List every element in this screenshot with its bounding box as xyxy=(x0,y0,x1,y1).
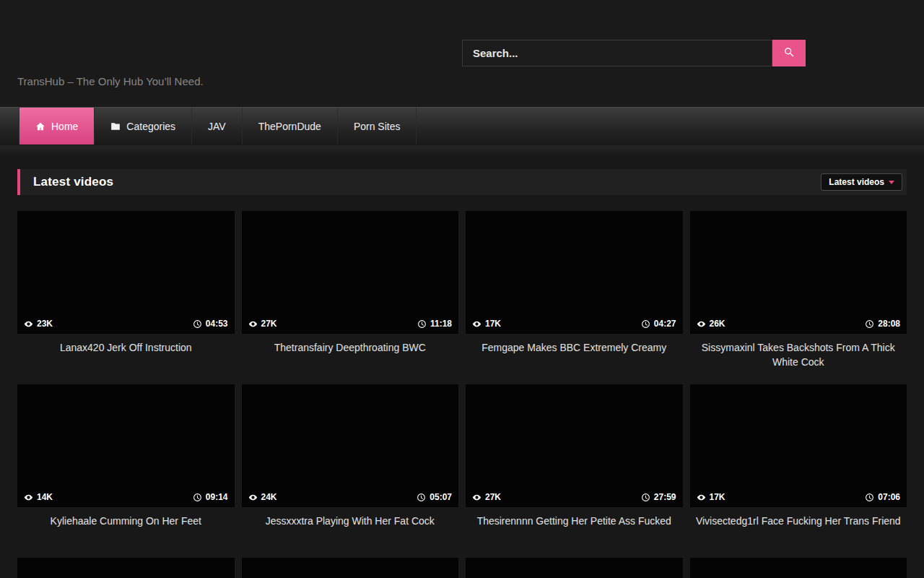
video-title[interactable]: Lanax420 Jerk Off Instruction xyxy=(17,340,235,355)
view-count: 14K xyxy=(37,492,53,502)
eye-icon xyxy=(248,493,258,502)
views: 26K xyxy=(697,319,725,329)
caret-down-icon xyxy=(889,181,894,184)
clock-icon xyxy=(193,319,202,329)
nav-item-theporndude[interactable]: ThePornDude xyxy=(243,108,338,144)
video-thumbnail[interactable]: 27K 11:18 xyxy=(242,211,459,334)
video-card[interactable]: 27K 27:59 Thesirennnn Getting Her Petite… xyxy=(466,384,683,558)
sort-dropdown[interactable]: Latest videos xyxy=(821,173,902,191)
video-title[interactable]: Kyliehaale Cumming On Her Feet xyxy=(17,514,235,528)
duration: 11:18 xyxy=(417,319,452,329)
duration-text: 27:59 xyxy=(654,492,676,502)
video-card[interactable] xyxy=(690,558,907,578)
video-card[interactable]: 17K 04:27 Femgape Makes BBC Extremely Cr… xyxy=(466,211,683,384)
video-thumbnail[interactable]: 17K 04:27 xyxy=(466,211,683,334)
video-thumbnail[interactable]: 24K 05:07 xyxy=(242,384,459,507)
video-card[interactable] xyxy=(466,558,683,578)
clock-icon xyxy=(417,493,426,502)
view-count: 27K xyxy=(261,319,277,329)
eye-icon xyxy=(472,493,481,502)
nav-item-jav[interactable]: JAV xyxy=(192,108,243,144)
view-count: 24K xyxy=(261,492,277,502)
view-count: 17K xyxy=(710,492,725,502)
duration: 28:08 xyxy=(865,319,900,329)
thumbnail-meta: 17K 04:27 xyxy=(466,314,683,334)
video-title[interactable]: Sissymaxinl Takes Backshots From A Thick… xyxy=(690,340,907,370)
views: 24K xyxy=(248,492,277,502)
video-thumbnail[interactable]: 14K 09:14 xyxy=(17,384,235,507)
video-title[interactable]: Jessxxxtra Playing With Her Fat Cock xyxy=(242,514,459,528)
video-card[interactable]: 27K 11:18 Thetransfairy Deepthroating BW… xyxy=(242,211,459,384)
video-title[interactable]: Thesirennnn Getting Her Petite Ass Fucke… xyxy=(466,514,683,528)
folder-icon xyxy=(110,121,121,131)
views: 27K xyxy=(472,492,501,502)
thumbnail-meta: 26K 28:08 xyxy=(690,314,907,334)
thumbnail-meta: 27K 27:59 xyxy=(466,487,683,507)
video-thumbnail[interactable]: 27K 27:59 xyxy=(466,384,683,507)
duration-text: 07:06 xyxy=(878,492,900,502)
thumbnail-meta: 14K 09:14 xyxy=(17,487,235,507)
duration-text: 05:07 xyxy=(430,492,452,502)
video-thumbnail-partial[interactable] xyxy=(690,558,907,578)
video-thumbnail-partial[interactable] xyxy=(242,558,459,578)
duration-text: 04:27 xyxy=(654,319,676,329)
views: 17K xyxy=(697,492,725,502)
main-content: Latest videos Latest videos 23K xyxy=(0,144,924,578)
video-card[interactable]: 17K 07:06 Vivisectedg1rl Face Fucking He… xyxy=(690,384,907,558)
video-thumbnail-partial[interactable] xyxy=(466,558,683,578)
video-grid: 23K 04:53 Lanax420 Jerk Off Instruction xyxy=(17,211,907,578)
clock-icon xyxy=(641,493,650,502)
thumbnail-meta: 24K 05:07 xyxy=(242,487,459,507)
clock-icon xyxy=(641,319,650,329)
views: 27K xyxy=(248,319,277,329)
duration: 04:53 xyxy=(193,319,228,329)
nav-label: ThePornDude xyxy=(258,121,321,132)
nav-label: JAV xyxy=(208,121,226,132)
duration-text: 04:53 xyxy=(206,319,228,329)
view-count: 26K xyxy=(710,319,725,329)
video-thumbnail[interactable]: 17K 07:06 xyxy=(690,384,907,507)
section-header: Latest videos Latest videos xyxy=(17,169,907,195)
nav-label: Home xyxy=(51,121,78,132)
nav-item-porn-sites[interactable]: Porn Sites xyxy=(338,108,417,144)
duration: 05:07 xyxy=(417,492,452,502)
video-title[interactable]: Vivisectedg1rl Face Fucking Her Trans Fr… xyxy=(690,514,907,528)
home-icon xyxy=(35,121,45,131)
clock-icon xyxy=(193,493,202,502)
video-card[interactable]: 24K 05:07 Jessxxxtra Playing With Her Fa… xyxy=(242,384,459,558)
search-input[interactable] xyxy=(462,40,772,66)
site-tagline: TransHub – The Only Hub You’ll Need. xyxy=(17,75,204,87)
duration: 09:14 xyxy=(193,492,228,502)
search-icon xyxy=(783,46,796,61)
video-card[interactable]: 23K 04:53 Lanax420 Jerk Off Instruction xyxy=(17,211,235,384)
video-thumbnail[interactable]: 23K 04:53 xyxy=(17,211,235,334)
video-title[interactable]: Femgape Makes BBC Extremely Creamy xyxy=(466,340,683,355)
video-card[interactable] xyxy=(242,558,459,578)
search-button[interactable] xyxy=(772,40,806,66)
view-count: 17K xyxy=(485,319,501,329)
views: 23K xyxy=(24,319,53,329)
video-thumbnail-partial[interactable] xyxy=(17,558,235,578)
eye-icon xyxy=(697,319,706,329)
nav-item-home[interactable]: Home xyxy=(19,108,95,144)
video-title[interactable]: Thetransfairy Deepthroating BWC xyxy=(242,340,459,355)
clock-icon xyxy=(865,493,874,502)
duration: 04:27 xyxy=(641,319,676,329)
duration: 07:06 xyxy=(865,492,900,502)
sort-dropdown-label: Latest videos xyxy=(829,177,884,187)
video-card[interactable]: 26K 28:08 Sissymaxinl Takes Backshots Fr… xyxy=(690,211,907,384)
duration-text: 28:08 xyxy=(878,319,900,329)
eye-icon xyxy=(24,319,33,329)
view-count: 27K xyxy=(485,492,501,502)
view-count: 23K xyxy=(37,319,53,329)
page: TransHub – The Only Hub You’ll Need. Hom… xyxy=(0,0,924,578)
nav-item-categories[interactable]: Categories xyxy=(95,108,192,144)
eye-icon xyxy=(697,493,706,502)
views: 14K xyxy=(24,492,53,502)
main-nav: Home Categories JAV ThePornDude Porn Sit… xyxy=(0,107,924,144)
header: TransHub – The Only Hub You’ll Need. xyxy=(0,0,924,107)
video-card[interactable]: 14K 09:14 Kyliehaale Cumming On Her Feet xyxy=(17,384,235,558)
video-card[interactable] xyxy=(17,558,235,578)
duration: 27:59 xyxy=(641,492,676,502)
video-thumbnail[interactable]: 26K 28:08 xyxy=(690,211,907,334)
